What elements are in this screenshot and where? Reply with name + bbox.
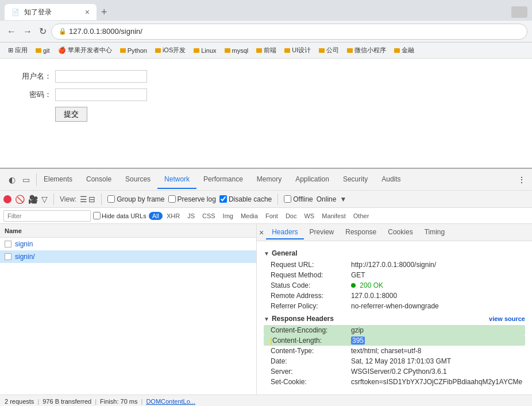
tab-elements[interactable]: Elements xyxy=(37,171,79,189)
group-by-frame-checkbox[interactable]: Group by frame xyxy=(107,195,164,203)
request-item-signin[interactable]: signin xyxy=(0,238,256,250)
tab-close-button[interactable]: × xyxy=(85,7,90,17)
view-large-button[interactable]: ⊟ xyxy=(88,195,95,204)
group-by-frame-input[interactable] xyxy=(107,195,115,203)
bookmark-ui[interactable]: UI设计 xyxy=(281,45,314,56)
request-item-signin-slash[interactable]: signin/ xyxy=(0,250,256,263)
content-length-value: 395 xyxy=(351,337,525,345)
tab-performance[interactable]: Performance xyxy=(196,171,250,189)
filter-button[interactable]: ▽ xyxy=(41,195,48,204)
remote-address-key: Remote Address: xyxy=(271,292,351,300)
folder-icon xyxy=(225,48,230,53)
record-button[interactable] xyxy=(3,195,11,203)
filter-other-button[interactable]: Other xyxy=(350,212,373,220)
bookmark-ios[interactable]: iOS开发 xyxy=(152,45,189,56)
bookmark-linux[interactable]: Linux xyxy=(190,46,219,55)
offline-input[interactable] xyxy=(284,195,291,203)
details-tab-preview[interactable]: Preview xyxy=(304,226,340,239)
back-button[interactable]: ← xyxy=(5,25,18,38)
tab-sources[interactable]: Sources xyxy=(118,171,157,189)
request-url-value: http://127.0.0.1:8000/signin/ xyxy=(351,261,525,269)
bookmark-mysql[interactable]: mysql xyxy=(221,46,252,55)
forward-button[interactable]: → xyxy=(21,25,34,38)
tab-audits[interactable]: Audits xyxy=(375,171,407,189)
details-tab-timing[interactable]: Timing xyxy=(419,226,451,239)
tab-favicon: 📄 xyxy=(11,9,20,16)
screenshot-button[interactable]: 🎥 xyxy=(28,195,38,204)
online-label: Online xyxy=(317,195,337,203)
tab-security[interactable]: Security xyxy=(336,171,375,189)
date-value: Sat, 12 May 2018 17:01:03 GMT xyxy=(351,357,525,365)
folder-icon xyxy=(155,48,161,53)
server-value: WSGIServer/0.2 CPython/3.6.1 xyxy=(351,368,525,376)
details-content: ▼ General Request URL: http://127.0.0.1:… xyxy=(257,241,532,395)
bookmark-git[interactable]: git xyxy=(32,46,53,55)
password-label: 密码： xyxy=(17,90,52,100)
devtools-inspect-button[interactable]: ◐ xyxy=(6,173,18,186)
refresh-button[interactable]: ↻ xyxy=(37,25,49,38)
tab-console[interactable]: Console xyxy=(79,171,118,189)
filter-manifest-button[interactable]: Manifest xyxy=(318,212,349,220)
filter-ws-button[interactable]: WS xyxy=(300,212,318,220)
referrer-policy-key: Referrer Policy: xyxy=(271,302,351,310)
filter-img-button[interactable]: Img xyxy=(219,212,237,220)
bookmark-wechat[interactable]: 微信小程序 xyxy=(344,45,390,56)
request-checkbox xyxy=(5,241,11,248)
offline-label: Offline xyxy=(293,195,313,203)
devtools-more-button[interactable]: ⋮ xyxy=(514,173,530,186)
request-url-row: Request URL: http://127.0.0.1:8000/signi… xyxy=(264,260,525,270)
browser-tab[interactable]: 📄 知了登录 × xyxy=(5,4,97,20)
clear-button[interactable]: 🚫 xyxy=(15,195,25,204)
filter-js-button[interactable]: JS xyxy=(184,212,198,220)
username-input[interactable] xyxy=(55,70,147,83)
details-tab-cookies[interactable]: Cookies xyxy=(382,226,418,239)
disable-cache-input[interactable] xyxy=(219,195,227,203)
details-tab-response[interactable]: Response xyxy=(340,226,382,239)
bookmark-company[interactable]: 公司 xyxy=(315,45,342,56)
filter-doc-button[interactable]: Doc xyxy=(282,212,300,220)
address-bar[interactable]: 🔒 127.0.0.1:8000/signin/ xyxy=(51,24,527,40)
folder-icon xyxy=(120,48,126,53)
username-label: 用户名： xyxy=(17,71,52,82)
response-headers-title: Response Headers xyxy=(272,315,334,323)
filter-media-button[interactable]: Media xyxy=(237,212,261,220)
details-tab-headers[interactable]: Headers xyxy=(266,226,303,239)
tab-application[interactable]: Application xyxy=(288,171,336,189)
devtools-device-button[interactable]: ▭ xyxy=(20,173,33,186)
bookmark-apple-dev[interactable]: 🍎 苹果开发者中心 xyxy=(55,45,115,56)
filter-css-button[interactable]: CSS xyxy=(199,212,219,220)
submit-button[interactable]: 提交 xyxy=(55,107,87,122)
view-source-link[interactable]: view source xyxy=(489,315,525,322)
folder-icon xyxy=(319,48,325,53)
filter-xhr-button[interactable]: XHR xyxy=(163,212,183,220)
offline-checkbox[interactable]: Offline xyxy=(284,195,313,203)
content-length-highlight: 395 xyxy=(351,337,365,345)
bookmark-finance[interactable]: 金融 xyxy=(391,45,418,56)
disable-cache-checkbox[interactable]: Disable cache xyxy=(219,195,272,203)
filter-input[interactable] xyxy=(3,210,91,222)
tab-network[interactable]: Network xyxy=(157,171,196,189)
content-type-value: text/html; charset=utf-8 xyxy=(351,347,525,355)
bookmark-apps[interactable]: ⊞ 应用 xyxy=(5,45,31,56)
dom-content-link[interactable]: DOMContentLo... xyxy=(146,398,195,405)
hide-data-urls-input[interactable] xyxy=(93,212,101,219)
filter-font-button[interactable]: Font xyxy=(262,212,282,220)
preserve-log-checkbox[interactable]: Preserve log xyxy=(168,195,216,203)
requests-panel: Name signin signin/ xyxy=(0,224,257,395)
password-input[interactable] xyxy=(55,88,147,101)
tab-memory[interactable]: Memory xyxy=(250,171,288,189)
bookmark-company-label: 公司 xyxy=(326,46,339,55)
dropdown-icon[interactable]: ▼ xyxy=(340,195,346,203)
bookmark-python[interactable]: Python xyxy=(117,46,151,55)
hide-data-urls-checkbox[interactable]: Hide data URLs xyxy=(93,212,147,219)
bookmark-apple-label: 苹果开发者中心 xyxy=(68,46,112,55)
address-lock-icon: 🔒 xyxy=(59,28,67,35)
preserve-log-input[interactable] xyxy=(168,195,176,203)
new-tab-button[interactable]: + xyxy=(99,6,110,18)
view-list-button[interactable]: ☰ xyxy=(80,195,87,204)
details-close-button[interactable]: × xyxy=(259,228,264,237)
devtools-icon-group: ◐ ▭ xyxy=(2,173,37,186)
bookmark-frontend[interactable]: 前端 xyxy=(253,45,280,56)
filter-all-button[interactable]: All xyxy=(149,212,163,220)
separator3 xyxy=(277,194,278,205)
